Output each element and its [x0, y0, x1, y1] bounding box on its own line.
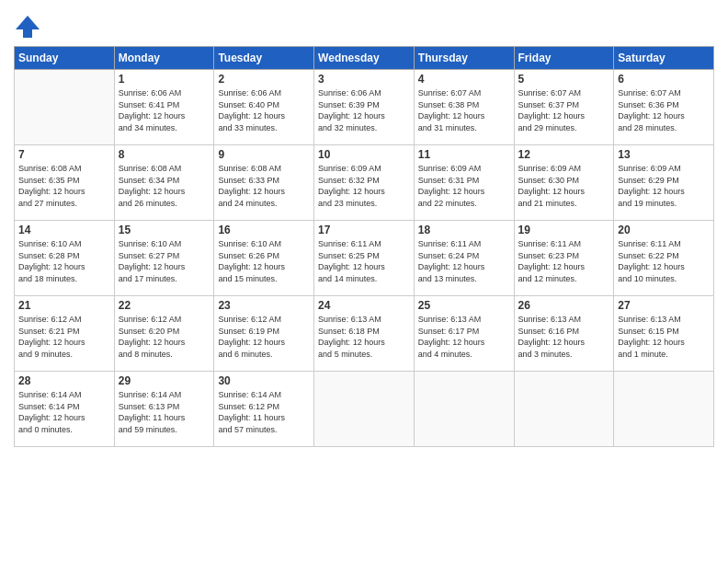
calendar-cell: 14Sunrise: 6:10 AM Sunset: 6:28 PM Dayli…: [15, 221, 115, 296]
calendar-cell: 21Sunrise: 6:12 AM Sunset: 6:21 PM Dayli…: [15, 296, 115, 372]
calendar-cell: 11Sunrise: 6:09 AM Sunset: 6:31 PM Dayli…: [414, 145, 514, 221]
day-info: Sunrise: 6:13 AM Sunset: 6:16 PM Dayligh…: [518, 314, 610, 360]
day-number: 13: [618, 148, 710, 161]
weekday-header-monday: Monday: [114, 47, 214, 70]
day-info: Sunrise: 6:11 AM Sunset: 6:23 PM Dayligh…: [518, 238, 610, 284]
day-info: Sunrise: 6:09 AM Sunset: 6:31 PM Dayligh…: [418, 163, 510, 209]
day-number: 8: [119, 148, 210, 161]
calendar-cell: 27Sunrise: 6:13 AM Sunset: 6:15 PM Dayli…: [614, 296, 714, 372]
weekday-header-saturday: Saturday: [614, 47, 714, 70]
day-info: Sunrise: 6:07 AM Sunset: 6:37 PM Dayligh…: [518, 87, 610, 133]
calendar-week-2: 7Sunrise: 6:08 AM Sunset: 6:35 PM Daylig…: [15, 145, 714, 221]
day-info: Sunrise: 6:08 AM Sunset: 6:33 PM Dayligh…: [218, 163, 310, 209]
calendar-cell: 24Sunrise: 6:13 AM Sunset: 6:18 PM Dayli…: [314, 296, 415, 372]
calendar-cell: 10Sunrise: 6:09 AM Sunset: 6:32 PM Dayli…: [314, 145, 415, 221]
calendar-cell: 3Sunrise: 6:06 AM Sunset: 6:39 PM Daylig…: [314, 70, 415, 145]
day-info: Sunrise: 6:14 AM Sunset: 6:14 PM Dayligh…: [18, 389, 110, 435]
day-number: 11: [418, 148, 510, 161]
day-number: 1: [119, 73, 210, 86]
day-number: 5: [518, 73, 610, 86]
day-number: 30: [218, 374, 310, 387]
day-info: Sunrise: 6:13 AM Sunset: 6:18 PM Dayligh…: [318, 314, 410, 360]
day-info: Sunrise: 6:13 AM Sunset: 6:17 PM Dayligh…: [418, 314, 510, 360]
day-number: 18: [418, 224, 510, 236]
day-info: Sunrise: 6:06 AM Sunset: 6:40 PM Dayligh…: [218, 87, 310, 133]
calendar-cell: [414, 372, 514, 447]
day-info: Sunrise: 6:14 AM Sunset: 6:13 PM Dayligh…: [119, 389, 210, 435]
day-info: Sunrise: 6:06 AM Sunset: 6:41 PM Dayligh…: [119, 87, 210, 133]
day-number: 9: [218, 148, 310, 161]
calendar-week-3: 14Sunrise: 6:10 AM Sunset: 6:28 PM Dayli…: [15, 221, 714, 296]
day-number: 10: [318, 148, 410, 161]
day-info: Sunrise: 6:08 AM Sunset: 6:35 PM Dayligh…: [18, 163, 110, 209]
day-info: Sunrise: 6:11 AM Sunset: 6:25 PM Dayligh…: [318, 238, 410, 284]
day-info: Sunrise: 6:10 AM Sunset: 6:27 PM Dayligh…: [119, 238, 210, 284]
day-number: 19: [518, 224, 610, 236]
calendar-cell: 9Sunrise: 6:08 AM Sunset: 6:33 PM Daylig…: [214, 145, 314, 221]
day-number: 29: [119, 374, 210, 387]
calendar-week-1: 1Sunrise: 6:06 AM Sunset: 6:41 PM Daylig…: [15, 70, 714, 145]
day-number: 25: [418, 299, 510, 312]
day-number: 14: [18, 224, 110, 236]
day-info: Sunrise: 6:10 AM Sunset: 6:28 PM Dayligh…: [18, 238, 110, 284]
calendar-cell: 12Sunrise: 6:09 AM Sunset: 6:30 PM Dayli…: [514, 145, 614, 221]
calendar-cell: 4Sunrise: 6:07 AM Sunset: 6:38 PM Daylig…: [414, 70, 514, 145]
day-info: Sunrise: 6:12 AM Sunset: 6:21 PM Dayligh…: [18, 314, 110, 360]
calendar-cell: 20Sunrise: 6:11 AM Sunset: 6:22 PM Dayli…: [614, 221, 714, 296]
weekday-header-thursday: Thursday: [414, 47, 514, 70]
page: SundayMondayTuesdayWednesdayThursdayFrid…: [0, 0, 728, 563]
calendar-cell: 19Sunrise: 6:11 AM Sunset: 6:23 PM Dayli…: [514, 221, 614, 296]
calendar-cell: 5Sunrise: 6:07 AM Sunset: 6:37 PM Daylig…: [514, 70, 614, 145]
day-info: Sunrise: 6:11 AM Sunset: 6:22 PM Dayligh…: [618, 238, 710, 284]
day-number: 24: [318, 299, 410, 312]
day-number: 7: [18, 148, 110, 161]
calendar-cell: 28Sunrise: 6:14 AM Sunset: 6:14 PM Dayli…: [15, 372, 115, 447]
weekday-header-row: SundayMondayTuesdayWednesdayThursdayFrid…: [15, 47, 714, 70]
day-number: 4: [418, 73, 510, 86]
calendar-cell: [15, 70, 115, 145]
logo: [14, 13, 45, 40]
calendar-cell: 29Sunrise: 6:14 AM Sunset: 6:13 PM Dayli…: [114, 372, 214, 447]
day-number: 12: [518, 148, 610, 161]
calendar-cell: 1Sunrise: 6:06 AM Sunset: 6:41 PM Daylig…: [114, 70, 214, 145]
weekday-header-friday: Friday: [514, 47, 614, 70]
day-info: Sunrise: 6:09 AM Sunset: 6:29 PM Dayligh…: [618, 163, 710, 209]
calendar-cell: 16Sunrise: 6:10 AM Sunset: 6:26 PM Dayli…: [214, 221, 314, 296]
day-info: Sunrise: 6:14 AM Sunset: 6:12 PM Dayligh…: [218, 389, 310, 435]
calendar-week-5: 28Sunrise: 6:14 AM Sunset: 6:14 PM Dayli…: [15, 372, 714, 447]
day-info: Sunrise: 6:10 AM Sunset: 6:26 PM Dayligh…: [218, 238, 310, 284]
calendar-cell: [614, 372, 714, 447]
day-number: 28: [18, 374, 110, 387]
day-number: 23: [218, 299, 310, 312]
day-info: Sunrise: 6:08 AM Sunset: 6:34 PM Dayligh…: [119, 163, 210, 209]
day-number: 27: [618, 299, 710, 312]
calendar-cell: 18Sunrise: 6:11 AM Sunset: 6:24 PM Dayli…: [414, 221, 514, 296]
day-info: Sunrise: 6:06 AM Sunset: 6:39 PM Dayligh…: [318, 87, 410, 133]
day-number: 15: [119, 224, 210, 236]
day-info: Sunrise: 6:12 AM Sunset: 6:20 PM Dayligh…: [119, 314, 210, 360]
day-number: 3: [318, 73, 410, 86]
day-number: 26: [518, 299, 610, 312]
calendar-cell: [314, 372, 415, 447]
calendar-cell: 17Sunrise: 6:11 AM Sunset: 6:25 PM Dayli…: [314, 221, 415, 296]
day-number: 21: [18, 299, 110, 312]
day-info: Sunrise: 6:12 AM Sunset: 6:19 PM Dayligh…: [218, 314, 310, 360]
weekday-header-tuesday: Tuesday: [214, 47, 314, 70]
calendar-cell: 7Sunrise: 6:08 AM Sunset: 6:35 PM Daylig…: [15, 145, 115, 221]
day-info: Sunrise: 6:11 AM Sunset: 6:24 PM Dayligh…: [418, 238, 510, 284]
day-number: 6: [618, 73, 710, 86]
day-number: 20: [618, 224, 710, 236]
calendar-cell: 13Sunrise: 6:09 AM Sunset: 6:29 PM Dayli…: [614, 145, 714, 221]
day-number: 16: [218, 224, 310, 236]
calendar-cell: 15Sunrise: 6:10 AM Sunset: 6:27 PM Dayli…: [114, 221, 214, 296]
svg-marker-0: [16, 16, 40, 38]
calendar-cell: 6Sunrise: 6:07 AM Sunset: 6:36 PM Daylig…: [614, 70, 714, 145]
calendar-cell: 26Sunrise: 6:13 AM Sunset: 6:16 PM Dayli…: [514, 296, 614, 372]
day-info: Sunrise: 6:07 AM Sunset: 6:36 PM Dayligh…: [618, 87, 710, 133]
calendar-cell: [514, 372, 614, 447]
calendar-week-4: 21Sunrise: 6:12 AM Sunset: 6:21 PM Dayli…: [15, 296, 714, 372]
calendar-cell: 8Sunrise: 6:08 AM Sunset: 6:34 PM Daylig…: [114, 145, 214, 221]
day-number: 22: [119, 299, 210, 312]
calendar-cell: 23Sunrise: 6:12 AM Sunset: 6:19 PM Dayli…: [214, 296, 314, 372]
logo-icon: [14, 13, 41, 40]
